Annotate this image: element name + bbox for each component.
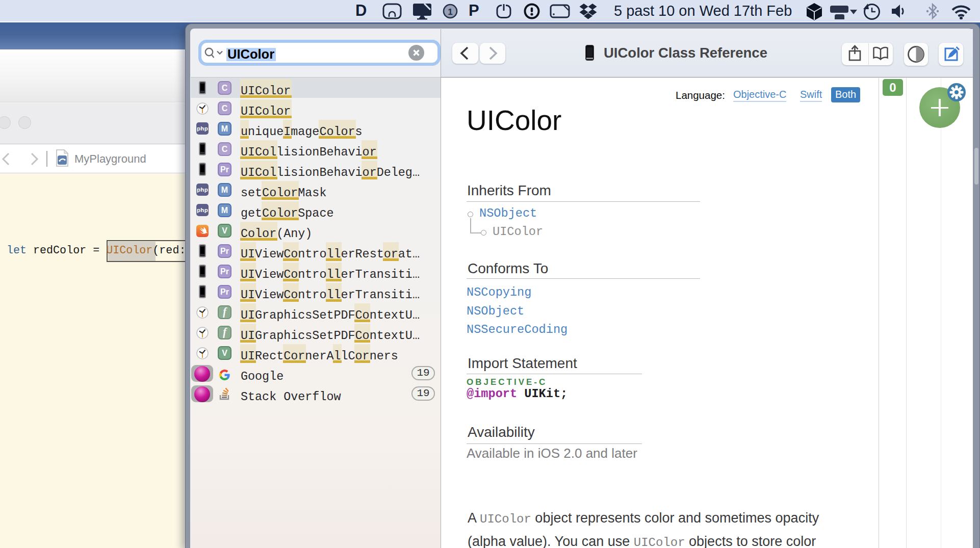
svg-text:1: 1 bbox=[448, 7, 452, 17]
